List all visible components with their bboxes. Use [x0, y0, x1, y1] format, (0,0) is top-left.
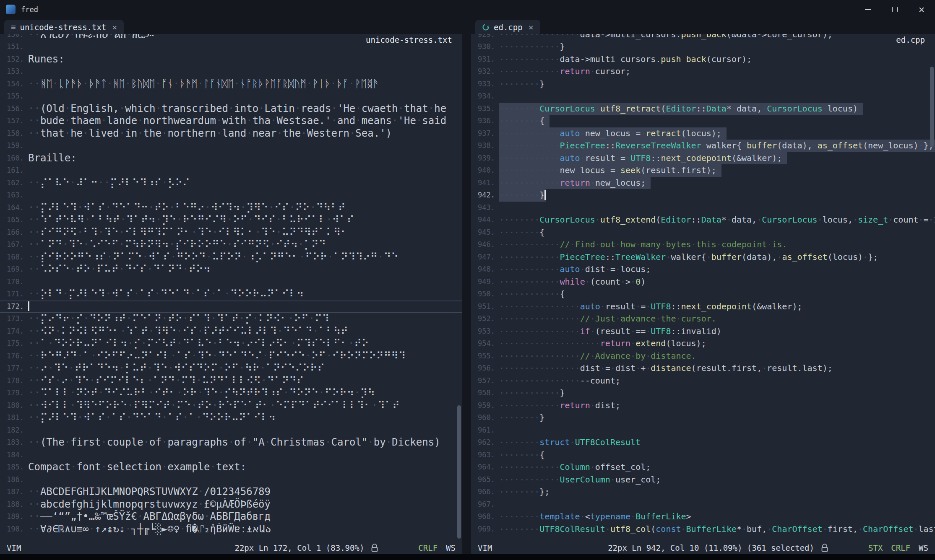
line-text[interactable]: ····················return·extend(locus)…	[499, 337, 706, 350]
line-text[interactable]: ··(The·first·couple·of·paragraphs·of·"A·…	[28, 436, 440, 449]
line-text[interactable]: Compact·font·selection·example·text:	[28, 461, 246, 474]
status-flag-crlf[interactable]: CRLF	[891, 543, 910, 552]
line-text[interactable]: ············auto·new_locus·=·retract(loc…	[499, 127, 727, 140]
line-text[interactable]: ········template·<typename·BufferLike>	[499, 511, 691, 523]
line-text[interactable]: ··እግርህን·በፍራሽህ·ልክ·ዘርጋ።	[28, 34, 154, 41]
line-text[interactable]: ············while·(count·>·0)	[499, 276, 646, 288]
line-text[interactable]: ··∀∂∈ℝ∧∪≡∞·↑↗↨↻⇣·┐┼╔╘░►☺♀·ﬁ�⑀₂ἠḂӥẄɐː⍎אԱა	[28, 523, 271, 536]
line-text[interactable]: ··⡍⠜⠇⠑⠹·⠺⠁⠎·⠁⠎·⠙⠑⠁⠙·⠁⠎·⠁·⠙⠕⠕⠗⠤⠝⠁⠊⠇⠲	[28, 412, 276, 424]
line-text[interactable]: ········}	[499, 78, 544, 91]
app-window: fred × ≡ unicode-stress.txt × unicode-st…	[0, 0, 935, 560]
line-text[interactable]: ··ABCDEFGHIJKLMNOPQRSTUVWXYZ·/0123456789	[28, 486, 271, 498]
line-text[interactable]: ················auto·result·=·UTF8::next…	[499, 301, 802, 313]
line-text[interactable]: ··⠔·⠹⠑·⠞⠗⠁⠙⠑⠲·⡃⠥⠞·⠹⠑·⠺⠊⠎⠙⠕⠍·⠕⠋·⠳⠗·⠁⠝⠊⠑⠌⠕…	[28, 362, 325, 375]
line-text[interactable]: ··⠱⠁⠞⠑⠧⠻·⠁⠃⠳⠞·⠹⠁⠞⠲·⡹⠑·⠗⠑⠛⠊⠌⠻·⠕⠋·⠙⠊⠎·⠃⠥⠗⠊…	[28, 214, 354, 226]
line-text[interactable]: ············return·dist;	[499, 399, 620, 412]
line-text[interactable]: ··abcdefghijklmnopqrstuvwxyz·£©µÀÆÖÞßéöÿ	[28, 498, 271, 511]
line-text[interactable]: ················--count;	[499, 375, 620, 387]
line-text[interactable]	[28, 301, 29, 313]
whitespace-dots: ·	[919, 215, 924, 225]
line-text[interactable]: ··⠁·⠙⠕⠕⠗⠤⠝⠁⠊⠇⠲·⡊·⠍⠊⠣⠞·⠙⠁⠧⠑·⠃⠑⠲·⠔⠊⠇⠔⠫⠂·⠍⠹…	[28, 337, 369, 350]
line-text[interactable]: ············//·Find·out·how·many·bytes·t…	[499, 239, 787, 251]
status-flag-crlf[interactable]: CRLF	[418, 543, 438, 552]
close-button[interactable]: ×	[908, 0, 935, 19]
status-flag-ws[interactable]: WS	[919, 543, 928, 552]
line-text[interactable]: ········UTF8ColResult·utf8_col(const·Buf…	[499, 523, 935, 536]
line-text[interactable]: ········struct·UTF8ColResult	[499, 436, 641, 449]
code-line: 163.	[0, 189, 462, 202]
line-text[interactable]: ··bude·thaem·lande·northweardum·with·tha…	[28, 115, 446, 127]
line-text[interactable]: ··(Old·English,·which·transcribed·into·L…	[28, 103, 446, 115]
line-text[interactable]: ············return·cursor;	[499, 65, 630, 78]
whitespace-dots: ·	[234, 78, 240, 90]
line-text[interactable]: ············return·new_locus;	[499, 177, 651, 189]
editor-unicode-stress[interactable]: unicode-stress.txt 150.··እግርህን·በፍራሽህ·ልክ·…	[0, 34, 462, 542]
status-flag-ws[interactable]: WS	[446, 543, 456, 552]
line-text[interactable]: ··⠺⠊⠇⠇·⠹⠻⠑⠋⠕⠗⠑·⠏⠻⠍⠊⠞·⠍⠑·⠞⠕·⠗⠑⠏⠑⠁⠞⠂·⠑⠍⠏⠙⠁…	[28, 399, 400, 412]
line-text[interactable]: ················data->multi_cursors.push…	[499, 34, 833, 41]
line-text[interactable]: ··⠡⠕⠎⠑·⠞⠕·⠏⠥⠞·⠙⠊⠎·⠙⠁⠝⠙·⠞⠕⠲	[28, 263, 211, 276]
tab-close-icon[interactable]: ×	[529, 23, 534, 31]
line-text[interactable]: ··⠩⠁⠇⠇·⠝⠕⠞·⠙⠊⠌⠥⠗⠃·⠊⠞⠂·⠕⠗·⠹⠑·⡊⠳⠝⠞⠗⠹⠰⠎·⠙⠕⠝…	[28, 387, 375, 399]
line-text[interactable]: ········{	[499, 226, 544, 239]
line-text[interactable]: ········{	[499, 449, 544, 461]
whitespace-dots: ·	[105, 202, 111, 213]
maximize-button[interactable]	[881, 0, 908, 19]
editor-ed-cpp[interactable]: ed.cpp 929.················data->multi_c…	[471, 34, 935, 542]
line-text[interactable]: ··that·he·lived·in·the·northern·land·nea…	[28, 127, 392, 140]
line-text[interactable]: ············}	[499, 387, 565, 399]
line-text[interactable]: ············{	[499, 288, 565, 301]
line-text[interactable]: ········CursorLocus·utf8_retract(Editor:…	[499, 103, 863, 115]
whitespace-dots: ··	[28, 214, 40, 226]
line-text[interactable]: ··⠊⠎·⠔·⠹⠑·⠎⠊⠍⠊⠇⠑⠆·⠁⠝⠙·⠍⠹·⠥⠝⠙⠁⠇⠇⠪⠫·⠙⠁⠝⠙⠎	[28, 375, 304, 387]
line-text[interactable]: ··⠎⠊⠛⠝⠫·⠃⠹·⠹⠑·⠊⠇⠻⠛⠹⠍⠁⠝⠂·⠹⠑·⠊⠇⠻⠅⠂·⠹⠑·⠥⠝⠙⠻…	[28, 226, 348, 239]
line-text[interactable]: ················//·Advance·by·distance.	[499, 350, 696, 363]
line-text[interactable]: ············new_locus·=·seek(result.firs…	[499, 164, 721, 177]
line-text[interactable]: ··–—‘“”„†•…‰™œŠŸž€·ΑΒΓΔΩαβγδω·АБВГДабвгд	[28, 511, 271, 523]
code-token: CursorLocus	[539, 104, 595, 114]
tab-ed-cpp[interactable]: ed.cpp ×	[475, 20, 540, 34]
line-text[interactable]: ················dist·=·dist·+·distance(r…	[499, 362, 833, 375]
line-text[interactable]: ········}	[499, 189, 546, 202]
line-text[interactable]: ············PieceTree::ReverseTreeWalker…	[499, 140, 935, 152]
code-token: ⠊⠎	[40, 375, 55, 386]
line-text[interactable]: ············}	[499, 41, 565, 53]
line-text[interactable]: ··⠗⠑⠛⠜⠙·⠁·⠊⠕⠋⠋⠔⠤⠝⠁⠊⠇·⠁⠎·⠹⠑·⠙⠑⠁⠙⠑⠌·⠏⠊⠑⠊⠑·…	[28, 350, 406, 363]
line-text[interactable]: ········};	[499, 486, 550, 498]
pane-divider[interactable]	[462, 19, 471, 554]
code-token: +	[641, 363, 646, 373]
line-text[interactable]: ··⡎⠊⠗⠕⠕⠛⠑⠰⠎·⠝⠁⠍⠑·⠺⠁⠎·⠛⠕⠕⠙·⠥⠏⠕⠝·⠰⡡⠁⠝⠛⠑⠂·⠋…	[28, 251, 398, 264]
lock-icon[interactable]	[371, 544, 378, 552]
line-text[interactable]: ··⠪⠝·⠅⠝⠪⠇⠫⠛⠑⠂·⠱⠁⠞·⠹⠻⠑·⠊⠎·⠏⠜⠞⠊⠊⠥⠇⠜⠇⠹·⠙⠑⠁⠙…	[28, 325, 348, 338]
line-text[interactable]: ············Column·offset_col;	[499, 461, 651, 474]
status-flag-stx[interactable]: STX	[868, 543, 883, 552]
line-text[interactable]: ··⠁⠝⠙·⠹⠑·⠡⠊⠑⠋·⠍⠳⠗⠝⠻⠲·⡎⠊⠗⠕⠕⠛⠑·⠎⠊⠛⠝⠫·⠊⠞⠲·⡁…	[28, 239, 326, 251]
line-text[interactable]: ············data->multi_cursors.push_bac…	[499, 53, 752, 66]
tab-close-icon[interactable]: ×	[112, 23, 117, 31]
line-text[interactable]: ················if·(result·==·UTF8::inva…	[499, 325, 721, 338]
lock-icon[interactable]	[821, 544, 828, 552]
line-text[interactable]: ········{	[499, 115, 550, 127]
code-token: //	[560, 239, 570, 249]
line-text[interactable]: ··⡌⠁⠧⠑·⠼⠁⠒··⡍⠜⠇⠑⠹⠰⠎·⡣⠕⠌	[28, 177, 190, 189]
line-text[interactable]: ············UserColumn·user_col;	[499, 474, 661, 486]
line-text[interactable]: ············PieceTree::TreeWalker·walker…	[499, 251, 878, 264]
whitespace-dots: ············	[499, 277, 560, 287]
scrollbar-thumb[interactable]	[457, 405, 461, 539]
line-text[interactable]: ············auto·result·=·UTF8::next_cod…	[499, 152, 787, 165]
line-text[interactable]: ············auto·dist·=·locus;	[499, 263, 651, 276]
whitespace-dots: ·	[177, 214, 182, 226]
line-text[interactable]: ··⡍⠜⠇⠑⠹·⠺⠁⠎·⠙⠑⠁⠙⠒·⠞⠕·⠃⠑⠛⠔·⠺⠊⠹⠲·⡹⠻⠑·⠊⠎·⠝⠕…	[28, 202, 346, 214]
line-text[interactable]: Braille:	[28, 152, 77, 165]
scrollbar-thumb[interactable]	[930, 67, 934, 147]
line-text[interactable]: ··⡕⠇⠙·⡍⠜⠇⠑⠹·⠺⠁⠎·⠁⠎·⠙⠑⠁⠙·⠁⠎·⠁·⠙⠕⠕⠗⠤⠝⠁⠊⠇⠲	[28, 288, 304, 301]
minimize-button[interactable]	[854, 0, 881, 19]
tab-unicode-stress[interactable]: ≡ unicode-stress.txt ×	[4, 20, 124, 34]
line-text[interactable]: ········}	[499, 412, 544, 424]
window-title: fred	[21, 5, 38, 14]
line-text[interactable]: Runes:	[28, 53, 65, 66]
line-text[interactable]: ··ᚻᛖ·ᚳᚹᚫᚦ·ᚦᚫᛏ·ᚻᛖ·ᛒᚢᛞᛖ·ᚩᚾ·ᚦᚫᛗ·ᛚᚪᚾᛞᛖ·ᚾᚩᚱᚦᚹ…	[28, 78, 379, 91]
line-text[interactable]: ··⡍⠔⠙⠖·⡊·⠙⠕⠝⠰⠞·⠍⠑⠁⠝·⠞⠕·⠎⠁⠹·⠹⠁⠞·⡊·⠅⠝⠪⠂·⠕⠋…	[28, 313, 329, 325]
line-text[interactable]: ················//·Just·advance·the·curs…	[499, 313, 716, 325]
line-text[interactable]: ········CursorLocus·utf8_extend(Editor::…	[499, 214, 935, 226]
